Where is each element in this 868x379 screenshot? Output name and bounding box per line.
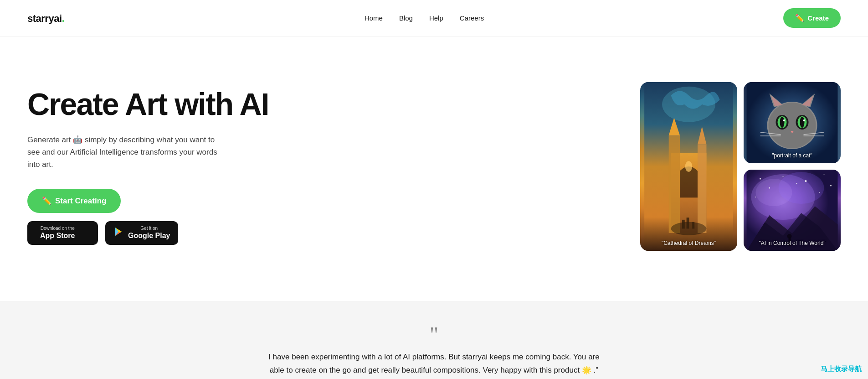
logo-dot: . bbox=[62, 12, 65, 24]
pencil-icon: ✏️ bbox=[795, 14, 804, 22]
svg-point-46 bbox=[796, 183, 797, 184]
nav-create-button[interactable]: ✏️ Create bbox=[783, 8, 841, 28]
svg-point-42 bbox=[805, 180, 807, 182]
app-store-texts: Download on the App Store bbox=[40, 226, 75, 240]
svg-point-11 bbox=[685, 161, 693, 171]
hero-gallery: "Cathedral of Dreams" bbox=[640, 82, 841, 251]
quote-mark: " bbox=[27, 326, 841, 343]
svg-point-29 bbox=[783, 119, 785, 121]
svg-point-40 bbox=[760, 178, 761, 180]
svg-point-27 bbox=[780, 117, 785, 128]
nav-links: Home Blog Help Careers bbox=[365, 14, 484, 22]
navbar: starryai. Home Blog Help Careers ✏️ Crea… bbox=[0, 0, 868, 36]
hero-buttons: ✏️ Start Creating Download on the App St… bbox=[27, 189, 282, 244]
logo-text: starryai bbox=[27, 13, 62, 25]
google-play-small-text: Get it on bbox=[128, 226, 170, 231]
app-store-small-text: Download on the bbox=[40, 226, 75, 231]
svg-point-47 bbox=[755, 197, 756, 197]
svg-point-39 bbox=[756, 179, 792, 206]
google-play-texts: Get it on Google Play bbox=[128, 226, 170, 240]
google-play-button[interactable]: Get it on Google Play bbox=[105, 221, 178, 244]
nav-link-blog[interactable]: Blog bbox=[399, 14, 413, 22]
svg-point-52 bbox=[787, 234, 792, 239]
start-creating-label: Start Creating bbox=[55, 197, 106, 206]
nav-link-help[interactable]: Help bbox=[429, 14, 443, 22]
svg-point-30 bbox=[803, 119, 805, 121]
svg-point-28 bbox=[800, 117, 805, 128]
app-store-large-text: App Store bbox=[40, 231, 75, 240]
svg-point-44 bbox=[769, 187, 770, 189]
cat-image bbox=[744, 82, 841, 163]
galaxy-image bbox=[744, 170, 841, 251]
hero-subtitle: Generate art 🤖 simply by describing what… bbox=[27, 134, 228, 171]
hero-title: Create Art with AI bbox=[27, 88, 282, 120]
svg-point-45 bbox=[819, 192, 820, 193]
nav-create-label: Create bbox=[807, 14, 829, 22]
cathedral-caption: "Cathedral of Dreams" bbox=[640, 240, 737, 246]
svg-rect-15 bbox=[692, 222, 694, 229]
svg-rect-7 bbox=[669, 135, 680, 233]
gallery-item-cat: "portrait of a cat" bbox=[744, 82, 841, 163]
svg-point-18 bbox=[769, 103, 816, 148]
gallery-item-galaxy: "AI in Control of The World" bbox=[744, 170, 841, 251]
svg-point-48 bbox=[830, 185, 832, 187]
testimonial-section: " I have been experimenting with a lot o… bbox=[0, 301, 868, 379]
testimonial-text: I have been experimenting with a lot of … bbox=[266, 351, 603, 377]
cathedral-image bbox=[640, 82, 737, 251]
gallery-grid: "Cathedral of Dreams" bbox=[640, 82, 841, 251]
svg-rect-8 bbox=[698, 144, 706, 233]
hero-section: Create Art with AI Generate art 🤖 simply… bbox=[0, 36, 868, 301]
nav-link-careers[interactable]: Careers bbox=[460, 14, 484, 22]
start-creating-button[interactable]: ✏️ Start Creating bbox=[27, 189, 121, 213]
svg-rect-14 bbox=[687, 218, 689, 228]
google-play-icon bbox=[113, 227, 123, 239]
gallery-item-cathedral: "Cathedral of Dreams" bbox=[640, 82, 737, 251]
google-play-large-text: Google Play bbox=[128, 231, 170, 240]
svg-point-41 bbox=[783, 176, 784, 177]
cat-caption: "portrait of a cat" bbox=[744, 152, 841, 159]
galaxy-caption: "AI in Control of The World" bbox=[744, 240, 841, 246]
nav-link-home[interactable]: Home bbox=[365, 14, 383, 22]
svg-point-43 bbox=[824, 174, 825, 175]
app-store-button[interactable]: Download on the App Store bbox=[27, 221, 98, 244]
store-buttons: Download on the App Store Ge bbox=[27, 221, 178, 244]
svg-rect-13 bbox=[682, 220, 685, 228]
pencil-icon-btn: ✏️ bbox=[42, 196, 51, 206]
hero-left: Create Art with AI Generate art 🤖 simply… bbox=[27, 88, 282, 244]
logo: starryai. bbox=[27, 12, 65, 25]
